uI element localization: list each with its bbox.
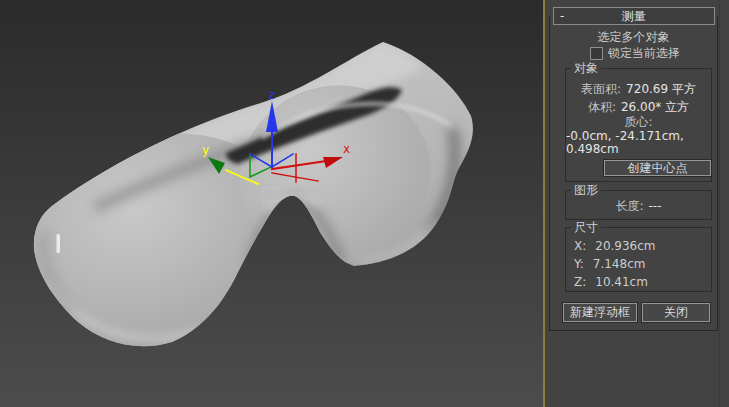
dim-y-value: 7.148cm [593,258,646,271]
dimension-y-row: Y: 7.148cm [574,258,645,271]
dimension-z-row: Z: 10.41cm [574,276,648,289]
z-axis-label: z [268,88,275,102]
viewport-3d[interactable]: z x y [0,0,543,407]
selection-status-text: 选定多个对象 [551,31,716,44]
rollout-header-measure[interactable]: - 测量 [553,7,715,25]
dim-y-label: Y: [574,258,584,271]
create-center-point-button[interactable]: 创建中心点 [604,160,711,176]
close-button[interactable]: 关闭 [642,303,710,322]
y-axis-label: y [202,143,209,157]
dim-x-value: 20.936cm [595,240,655,253]
centroid-row: 质心: [566,116,711,129]
object-group-title: 对象 [571,62,601,75]
x-axis-label: x [343,142,350,156]
surface-area-value: 720.69 平方 [626,83,696,96]
dimension-x-row: X: 20.936cm [574,240,656,253]
object-group: 对象 表面积: 720.69 平方 体积: 26.00* 立方 质心: -0.0… [565,68,712,182]
shape-group-title: 图形 [571,184,601,197]
dimensions-group-title: 尺寸 [571,221,601,234]
length-row: 长度: --- [566,200,711,213]
shape-group: 图形 长度: --- [565,190,712,220]
lens-highlight-tick [57,234,61,253]
dim-x-label: X: [574,240,586,253]
volume-row: 体积: 26.00* 立方 [566,101,711,114]
volume-label: 体积: [588,101,616,114]
length-value: --- [649,200,662,213]
new-floater-button[interactable]: 新建浮动框 [563,303,637,322]
lock-selection-row[interactable]: 锁定当前选择 [590,46,680,60]
centroid-value-row: -0.0cm, -24.171cm, 0.498cm [566,130,711,156]
measure-panel: - 测量 选定多个对象 锁定当前选择 对象 表面积: 720.69 平方 体积:… [545,0,729,407]
centroid-label: 质心: [624,116,652,129]
volume-value: 26.00* 立方 [621,101,689,114]
centroid-value: -0.0cm, -24.171cm, 0.498cm [566,130,711,156]
length-label: 长度: [615,200,643,213]
panel-scroll-strip[interactable] [719,0,720,407]
lock-selection-label: 锁定当前选择 [608,45,680,62]
collapse-minus-icon[interactable]: - [560,8,564,24]
dim-z-value: 10.41cm [595,276,648,289]
surface-area-label: 表面积: [581,83,621,96]
surface-area-row: 表面积: 720.69 平方 [566,83,711,96]
lock-selection-checkbox[interactable] [590,47,603,60]
dimensions-group: 尺寸 X: 20.936cm Y: 7.148cm Z: 10.41cm [565,227,712,292]
dim-z-label: Z: [574,276,586,289]
rollout-title: 测量 [622,9,646,23]
max-measure-window: z x y - 测量 选定多个对象 锁定当前选择 [0,0,729,407]
